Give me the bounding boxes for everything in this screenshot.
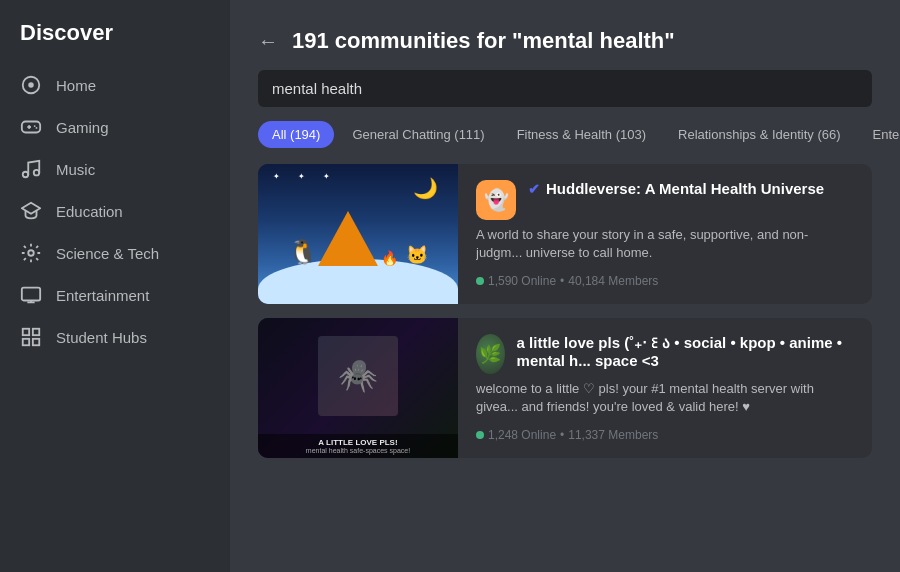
member-count: 40,184 Members: [568, 274, 658, 288]
sidebar-item-home[interactable]: Home: [0, 64, 230, 106]
penguin-decoration: 🐧: [288, 238, 318, 266]
filter-tab-general-chatting[interactable]: General Chatting (111): [338, 121, 498, 148]
home-icon: [20, 74, 42, 96]
main-content: ← 191 communities for "mental health" Al…: [230, 0, 900, 572]
community-thumbnail-little-love: 🕷️ A LITTLE LOVE PLS! mental health safe…: [258, 318, 458, 458]
love-banner-text: A LITTLE LOVE PLS! mental health safe-sp…: [258, 434, 458, 458]
sidebar-item-science-tech-label: Science & Tech: [56, 245, 159, 262]
online-dot-love: [476, 431, 484, 439]
sidebar-item-education[interactable]: Education: [0, 190, 230, 232]
online-dot: [476, 277, 484, 285]
community-card-huddleverse[interactable]: 🌙 ✦ ✦ ✦ 🐧 🔥 🐱 👻 ✔: [258, 164, 872, 304]
community-name-little-love: a little love pls (˚₊‧꒰ა • social • kpop…: [517, 334, 854, 369]
sidebar-item-music[interactable]: Music: [0, 148, 230, 190]
love-banner-visual: 🕷️: [318, 336, 398, 420]
sidebar-item-gaming[interactable]: Gaming: [0, 106, 230, 148]
science-tech-icon: [20, 242, 42, 264]
tent-decoration: [318, 211, 378, 266]
community-description-huddleverse: A world to share your story in a safe, s…: [476, 226, 854, 262]
sidebar-item-gaming-label: Gaming: [56, 119, 109, 136]
community-name-block-love: a little love pls (˚₊‧꒰ა • social • kpop…: [517, 334, 854, 369]
entertainment-icon: [20, 284, 42, 306]
svg-point-9: [28, 250, 34, 256]
music-icon: [20, 158, 42, 180]
filter-tab-relationships[interactable]: Relationships & Identity (66): [664, 121, 855, 148]
sidebar-item-entertainment[interactable]: Entertainment: [0, 274, 230, 316]
stars-decoration: ✦ ✦ ✦: [273, 172, 338, 181]
search-input[interactable]: [258, 70, 872, 107]
community-stats-little-love: 1,248 Online • 11,337 Members: [476, 428, 854, 442]
svg-rect-10: [22, 288, 40, 301]
sidebar: Discover Home Gaming Music Education Sci…: [0, 0, 230, 572]
education-icon: [20, 200, 42, 222]
community-avatar-little-love: 🌿: [476, 334, 505, 374]
cat-decoration: 🐱: [406, 244, 428, 266]
filter-tab-entertainment[interactable]: Entert...: [859, 121, 900, 148]
avatar-emoji: 👻: [484, 188, 509, 212]
thumb-love-scene: 🕷️ A LITTLE LOVE PLS! mental health safe…: [258, 318, 458, 458]
svg-point-5: [34, 125, 36, 127]
community-info-huddleverse: 👻 ✔ Huddleverse: A Mental Health Univers…: [458, 164, 872, 304]
online-count: 1,590 Online: [488, 274, 556, 288]
member-count-love: 11,337 Members: [568, 428, 658, 442]
svg-rect-14: [33, 339, 39, 345]
sidebar-item-music-label: Music: [56, 161, 95, 178]
community-header-row-love: 🌿 a little love pls (˚₊‧꒰ა • social • kp…: [476, 334, 854, 374]
community-info-little-love: 🌿 a little love pls (˚₊‧꒰ა • social • kp…: [458, 318, 872, 458]
svg-rect-11: [23, 329, 29, 335]
sidebar-item-home-label: Home: [56, 77, 96, 94]
back-button[interactable]: ←: [258, 30, 278, 53]
community-avatar-huddleverse: 👻: [476, 180, 516, 220]
svg-point-8: [34, 170, 40, 176]
community-header-row: 👻 ✔ Huddleverse: A Mental Health Univers…: [476, 180, 854, 220]
svg-point-1: [28, 82, 34, 88]
community-thumbnail-huddleverse: 🌙 ✦ ✦ ✦ 🐧 🔥 🐱: [258, 164, 458, 304]
svg-rect-13: [23, 339, 29, 345]
sidebar-item-science-tech[interactable]: Science & Tech: [0, 232, 230, 274]
community-card-little-love[interactable]: 🕷️ A LITTLE LOVE PLS! mental health safe…: [258, 318, 872, 458]
moon-decoration: 🌙: [413, 176, 438, 200]
student-hubs-icon: [20, 326, 42, 348]
community-name-block: ✔ Huddleverse: A Mental Health Universe: [528, 180, 824, 197]
filter-tab-fitness-health[interactable]: Fitness & Health (103): [503, 121, 660, 148]
sidebar-item-student-hubs[interactable]: Student Hubs: [0, 316, 230, 358]
filter-tabs-container: All (194) General Chatting (111) Fitness…: [230, 121, 900, 164]
verified-icon: ✔: [528, 181, 540, 197]
stat-separator: •: [560, 274, 564, 288]
main-header: ← 191 communities for "mental health": [230, 0, 900, 70]
filter-tab-all[interactable]: All (194): [258, 121, 334, 148]
fire-decoration: 🔥: [381, 250, 398, 266]
svg-point-6: [36, 127, 38, 129]
sidebar-item-student-hubs-label: Student Hubs: [56, 329, 147, 346]
page-title: 191 communities for "mental health": [292, 28, 675, 54]
sidebar-item-education-label: Education: [56, 203, 123, 220]
community-stats-huddleverse: 1,590 Online • 40,184 Members: [476, 274, 854, 288]
svg-rect-12: [33, 329, 39, 335]
community-description-little-love: welcome to a little ♡ pls! your #1 menta…: [476, 380, 854, 416]
online-count-love: 1,248 Online: [488, 428, 556, 442]
communities-list: 🌙 ✦ ✦ ✦ 🐧 🔥 🐱 👻 ✔: [230, 164, 900, 572]
sidebar-title: Discover: [0, 20, 230, 64]
sidebar-item-entertainment-label: Entertainment: [56, 287, 149, 304]
avatar-emoji-love: 🌿: [479, 343, 501, 365]
gaming-icon: [20, 116, 42, 138]
svg-point-7: [23, 172, 29, 178]
community-name-huddleverse: ✔ Huddleverse: A Mental Health Universe: [528, 180, 824, 197]
stat-separator-love: •: [560, 428, 564, 442]
